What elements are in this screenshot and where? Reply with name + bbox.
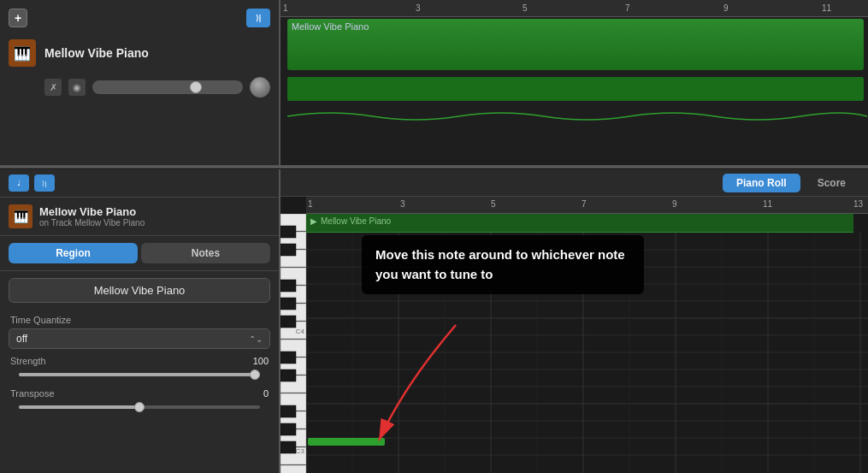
roll-content: C4 C3 1 3 5 7 9 11 13 <box>280 197 868 473</box>
top-timeline: 1 3 5 7 9 11 Mellow Vibe Piano <box>280 0 868 165</box>
ruler-mark-7: 7 <box>623 0 630 16</box>
headphones-icon[interactable]: ◉ <box>68 79 86 96</box>
panel-track-sub: on Track Mellow Vibe Piano <box>39 218 145 228</box>
svg-rect-17 <box>280 280 296 292</box>
panel-track-icon: 🎹 <box>9 204 32 228</box>
ruler-mark-9: 9 <box>721 0 729 16</box>
ruler-3: 3 <box>400 199 405 209</box>
transpose-row: Transpose 0 <box>0 385 279 402</box>
track-header-top: + ⟩| 🎹 Mellow Vibe Piano ✗ ◉ <box>0 0 280 165</box>
svg-rect-18 <box>280 298 296 310</box>
track-title: Mellow Vibe Piano <box>44 46 149 60</box>
volume-thumb[interactable] <box>190 81 202 93</box>
panel-track-info: 🎹 Mellow Vibe Piano on Track Mellow Vibe… <box>0 198 279 236</box>
time-quantize-select[interactable]: off ⌃⌄ <box>9 328 270 349</box>
piano-roll-area: Piano Roll Score <box>280 169 868 473</box>
svg-rect-24 <box>280 441 296 453</box>
transpose-label: Transpose <box>10 388 79 399</box>
svg-rect-20 <box>280 352 296 364</box>
top-ruler: 1 3 5 7 9 11 <box>280 0 868 17</box>
region-bar-text: Mellow Vibe Piano <box>321 216 391 226</box>
time-quantize-label: Time Quantize <box>10 315 71 325</box>
track-icon: 🎹 <box>9 39 36 67</box>
ruler-1: 1 <box>308 199 313 209</box>
left-panel: ♩ ⟩| 🎹 Mellow Vibe Piano on Track Mellow… <box>0 169 280 473</box>
main-region-bar[interactable]: Mellow Vibe Piano <box>287 19 864 70</box>
svg-rect-22 <box>280 405 296 417</box>
region-bar-label: ▶ Mellow Vibe Piano <box>306 214 853 228</box>
svg-text:C4: C4 <box>296 328 305 335</box>
volume-slider[interactable] <box>92 80 243 94</box>
track-info: 🎹 Mellow Vibe Piano <box>9 34 270 72</box>
time-quantize-row: Time Quantize <box>0 310 279 327</box>
transpose-slider-row <box>0 402 279 412</box>
add-track-button[interactable]: + <box>9 9 27 27</box>
midi-icon: ⟩| <box>246 9 270 27</box>
piano-keyboard: C4 C3 <box>280 214 306 473</box>
piano-roll-tab-bar: Piano Roll Score <box>280 169 868 197</box>
region-bar: ▶ Mellow Vibe Piano <box>306 214 853 233</box>
track-controls: ✗ ◉ <box>9 77 270 98</box>
time-quantize-value: off <box>16 333 27 345</box>
svg-rect-23 <box>280 423 296 435</box>
svg-rect-14 <box>280 465 306 473</box>
transpose-value: 0 <box>243 388 269 399</box>
piano-keys: C4 C3 <box>280 214 306 473</box>
ruler-5: 5 <box>491 199 496 209</box>
region-arrow-icon: ▶ <box>310 216 317 226</box>
ruler-9: 9 <box>672 199 677 209</box>
ruler-7: 7 <box>582 199 587 209</box>
tab-piano-roll[interactable]: Piano Roll <box>723 174 800 192</box>
svg-text:C3: C3 <box>296 447 305 455</box>
strength-label: Strength <box>10 356 79 366</box>
note-grid[interactable]: 1 3 5 7 9 11 13 ▶ Mellow Vibe Piano <box>306 197 868 473</box>
ruler-mark-1: 1 <box>280 0 288 16</box>
piano-roll-icon-btn[interactable]: ♩ <box>9 174 29 192</box>
transpose-slider[interactable] <box>19 405 260 409</box>
ruler-mark-11: 11 <box>819 0 831 16</box>
track-header-controls: + ⟩| <box>9 9 270 27</box>
tooltip-box: Move this note around to whichever note … <box>362 235 644 294</box>
ruler-mark-3: 3 <box>413 0 421 16</box>
bottom-section: ♩ ⟩| 🎹 Mellow Vibe Piano on Track Mellow… <box>0 169 868 473</box>
svg-rect-21 <box>280 370 296 381</box>
tab-region[interactable]: Region <box>9 243 138 263</box>
strength-value: 100 <box>243 356 269 366</box>
region-name-button[interactable]: Mellow Vibe Piano <box>9 278 270 303</box>
region-notes-tab-bar: Region Notes <box>0 236 279 271</box>
ruler-13: 13 <box>853 199 863 209</box>
strength-slider[interactable] <box>19 373 260 376</box>
pan-knob[interactable] <box>250 77 270 98</box>
ruler-mark-5: 5 <box>520 0 528 16</box>
tooltip-text: Move this note around to whichever note … <box>375 247 625 281</box>
tab-notes[interactable]: Notes <box>141 243 270 263</box>
panel-icon-group: ♩ ⟩| <box>9 174 55 192</box>
arrow-svg <box>353 316 524 453</box>
strength-row: Strength 100 <box>0 352 279 370</box>
strength-slider-row <box>0 370 279 380</box>
panel-header: ♩ ⟩| <box>0 169 279 198</box>
svg-rect-19 <box>280 316 296 328</box>
svg-rect-15 <box>280 226 296 238</box>
midi-btn[interactable]: ⟩| <box>34 174 55 192</box>
panel-track-name: Mellow Vibe Piano <box>39 205 145 218</box>
ruler-11: 11 <box>763 199 772 209</box>
waveform <box>287 108 867 125</box>
panel-track-text: Mellow Vibe Piano on Track Mellow Vibe P… <box>39 205 145 228</box>
select-arrows-icon: ⌃⌄ <box>249 334 263 344</box>
mute-icon[interactable]: ✗ <box>44 79 62 96</box>
secondary-region-bar <box>287 77 864 101</box>
top-section: + ⟩| 🎹 Mellow Vibe Piano ✗ ◉ 1 3 5 7 9 1 <box>0 0 868 167</box>
roll-ruler: 1 3 5 7 9 11 13 <box>306 197 868 214</box>
region-label-top: Mellow Vibe Piano <box>287 19 864 34</box>
svg-rect-16 <box>280 244 296 256</box>
tab-score[interactable]: Score <box>804 174 859 192</box>
